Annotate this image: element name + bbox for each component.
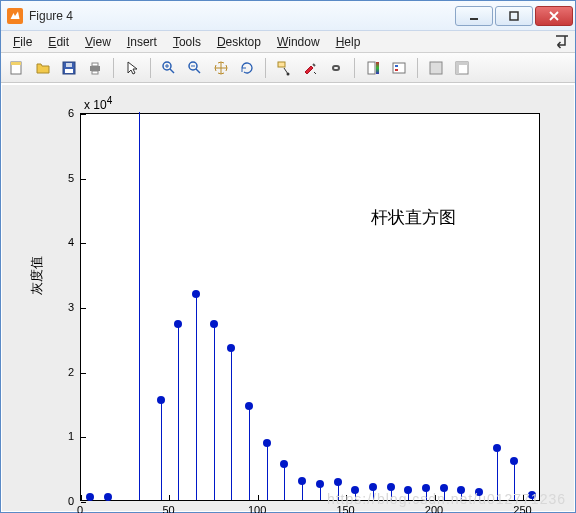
svg-rect-6 [66, 63, 72, 67]
figure-window: Figure 4 File Edit View Insert Tools Des… [0, 0, 576, 513]
stem-marker [316, 480, 324, 488]
y-tick [81, 243, 86, 244]
y-tick [81, 373, 86, 374]
x-tick-label: 250 [513, 504, 531, 513]
stem [196, 294, 197, 500]
stem [161, 400, 162, 500]
y-tick [81, 179, 86, 180]
menu-tools[interactable]: Tools [165, 33, 209, 51]
svg-rect-1 [510, 12, 518, 20]
svg-rect-16 [393, 63, 405, 73]
legend-icon[interactable] [387, 56, 411, 80]
minimize-button[interactable] [455, 6, 493, 26]
stem [249, 406, 250, 500]
svg-rect-18 [395, 69, 398, 71]
x-tick-label: 50 [162, 504, 174, 513]
pointer-icon[interactable] [120, 56, 144, 80]
colorbar-icon[interactable] [361, 56, 385, 80]
menubar: File Edit View Insert Tools Desktop Wind… [1, 31, 575, 53]
svg-rect-17 [395, 65, 398, 67]
window-controls [453, 6, 573, 26]
stem-marker [493, 444, 501, 452]
x-tick-label: 200 [425, 504, 443, 513]
svg-rect-0 [470, 18, 478, 20]
link-icon[interactable] [324, 56, 348, 80]
y-tick-label: 6 [68, 107, 74, 119]
svg-rect-22 [456, 62, 468, 65]
menu-file[interactable]: File [5, 33, 40, 51]
y-tick-label: 2 [68, 366, 74, 378]
stem [267, 443, 268, 500]
x-tick-label: 100 [248, 504, 266, 513]
open-icon[interactable] [31, 56, 55, 80]
svg-point-13 [287, 72, 290, 75]
stem [214, 324, 215, 500]
print-icon[interactable] [83, 56, 107, 80]
stem [178, 324, 179, 500]
toolbar-separator [354, 58, 355, 78]
menu-dock-icon[interactable] [553, 35, 571, 49]
stem-marker [174, 320, 182, 328]
svg-rect-3 [11, 62, 21, 65]
stem-marker [263, 439, 271, 447]
stem-marker [298, 477, 306, 485]
pan-icon[interactable] [209, 56, 233, 80]
y-tick-label: 3 [68, 301, 74, 313]
hide-tools-icon[interactable] [424, 56, 448, 80]
y-exponent: x 104 [84, 95, 112, 112]
svg-rect-7 [90, 66, 100, 71]
y-tick-label: 5 [68, 172, 74, 184]
y-tick-label: 0 [68, 495, 74, 507]
svg-rect-19 [430, 62, 442, 74]
chart-annotation: 杆状直方图 [371, 206, 456, 229]
maximize-button[interactable] [495, 6, 533, 26]
svg-rect-12 [278, 62, 285, 67]
stem-marker [104, 493, 112, 501]
stem-marker [227, 344, 235, 352]
svg-rect-14 [368, 62, 375, 74]
axes[interactable]: 杆状直方图 [80, 113, 540, 501]
svg-rect-9 [92, 71, 98, 74]
toolbar-separator [417, 58, 418, 78]
stem [231, 348, 232, 500]
show-tools-icon[interactable] [450, 56, 474, 80]
stem-marker [157, 396, 165, 404]
save-icon[interactable] [57, 56, 81, 80]
menu-insert[interactable]: Insert [119, 33, 165, 51]
toolbar-separator [150, 58, 151, 78]
titlebar: Figure 4 [1, 1, 575, 31]
menu-desktop[interactable]: Desktop [209, 33, 269, 51]
brush-icon[interactable] [298, 56, 322, 80]
figure-client: x 104 灰度值 灰度级 杆状直方图 https://blog.csdn.ne… [2, 85, 574, 511]
menu-view[interactable]: View [77, 33, 119, 51]
datacursor-icon[interactable] [272, 56, 296, 80]
stem-marker [334, 478, 342, 486]
stem-marker [210, 320, 218, 328]
menu-help[interactable]: Help [328, 33, 369, 51]
y-tick [81, 502, 86, 503]
menu-edit[interactable]: Edit [40, 33, 77, 51]
close-button[interactable] [535, 6, 573, 26]
y-tick-label: 4 [68, 236, 74, 248]
svg-rect-5 [65, 69, 73, 73]
matlab-icon [7, 8, 23, 24]
stem-marker [387, 483, 395, 491]
zoom-in-icon[interactable] [157, 56, 181, 80]
x-tick [258, 495, 259, 500]
stem-marker [192, 290, 200, 298]
toolbar-separator [113, 58, 114, 78]
toolbar [1, 53, 575, 83]
stem-marker [369, 483, 377, 491]
zoom-out-icon[interactable] [183, 56, 207, 80]
new-figure-icon[interactable] [5, 56, 29, 80]
stem [139, 112, 140, 500]
x-tick-label: 150 [336, 504, 354, 513]
window-title: Figure 4 [29, 9, 73, 23]
y-tick [81, 114, 86, 115]
menu-window[interactable]: Window [269, 33, 328, 51]
svg-rect-8 [92, 63, 98, 66]
x-tick-label: 0 [77, 504, 83, 513]
y-tick [81, 437, 86, 438]
y-tick-label: 1 [68, 430, 74, 442]
rotate-icon[interactable] [235, 56, 259, 80]
